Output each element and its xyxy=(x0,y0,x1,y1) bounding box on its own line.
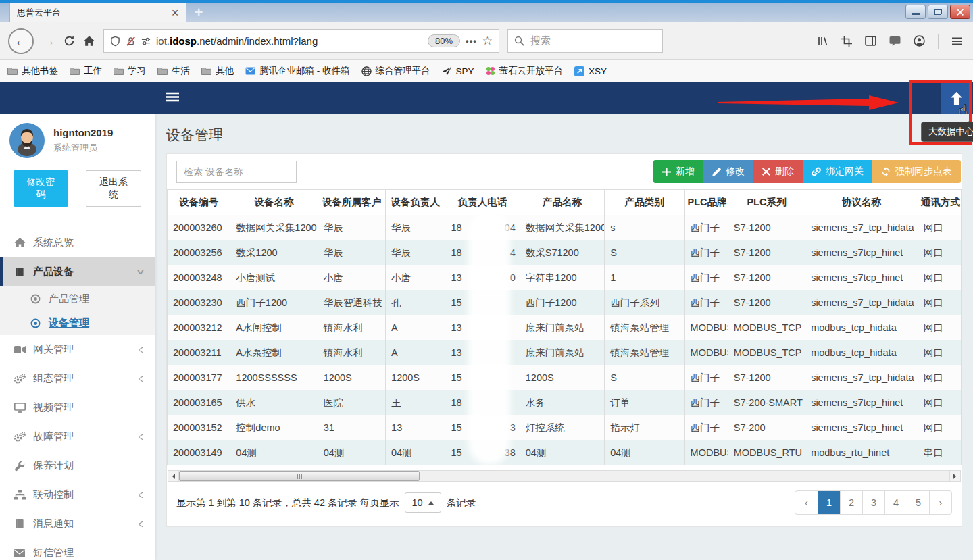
table-cell[interactable]: siemens_s7_tcp_hidata xyxy=(805,215,918,240)
table-cell[interactable]: 04测 xyxy=(520,440,604,465)
table-cell[interactable]: 华辰 xyxy=(318,215,385,240)
column-header[interactable]: 负责人电话 xyxy=(445,190,520,215)
table-cell[interactable]: 医院 xyxy=(318,390,385,415)
phone-cell[interactable]: 1538 xyxy=(445,440,520,465)
table-row[interactable]: 200003260数据网关采集1200华辰华辰1804数据网关采集1200s西门… xyxy=(168,215,962,240)
browser-tab[interactable]: 思普云平台 ✕ xyxy=(9,3,186,22)
column-header[interactable]: 设备名称 xyxy=(230,190,318,215)
table-row[interactable]: 200003212A水闸控制镇海水利A13庶来门前泵站镇海泵站管理MODBUSM… xyxy=(168,315,962,340)
column-header[interactable]: PLC品牌 xyxy=(684,190,728,215)
table-cell[interactable]: 数据网关采集1200 xyxy=(520,215,604,240)
table-cell[interactable]: 小唐 xyxy=(318,265,385,290)
table-cell[interactable]: 水务 xyxy=(520,390,604,415)
page-button-›[interactable]: › xyxy=(929,491,951,514)
table-cell[interactable]: 订单 xyxy=(605,390,684,415)
phone-cell[interactable]: 13 xyxy=(445,315,520,340)
table-cell[interactable]: S xyxy=(605,365,684,390)
scroll-right-button[interactable] xyxy=(949,470,961,482)
sidebar-toggle-icon[interactable] xyxy=(865,36,876,46)
bookmark-item[interactable]: 学习 xyxy=(114,65,146,77)
reload-icon[interactable] xyxy=(64,35,75,47)
table-cell[interactable]: A水泵控制 xyxy=(230,340,318,365)
back-button[interactable]: ← xyxy=(8,28,34,54)
table-cell[interactable]: 华辰 xyxy=(318,240,385,265)
table-cell[interactable]: 西门子 xyxy=(684,390,728,415)
table-cell[interactable]: siemens_s7tcp_hinet xyxy=(805,240,918,265)
table-row[interactable]: 2000031771200SSSSSS1200S1200S151200SS西门子… xyxy=(168,365,962,390)
bookmark-item[interactable]: 萤石云开放平台 xyxy=(486,65,564,77)
新增-button[interactable]: 新增 xyxy=(653,160,703,183)
table-row[interactable]: 200003152控制demo3113153灯控系统指示灯西门子S7-200si… xyxy=(168,415,962,440)
table-cell[interactable]: 网口 xyxy=(918,290,961,315)
page-button-4[interactable]: 4 xyxy=(884,491,907,514)
table-cell[interactable]: 控制demo xyxy=(230,415,318,440)
table-cell[interactable]: MODBUS_RTU xyxy=(728,440,805,465)
table-cell[interactable]: 200003212 xyxy=(168,315,230,340)
sidebar-collapse-icon[interactable] xyxy=(166,92,179,102)
table-cell[interactable]: 200003152 xyxy=(168,415,230,440)
table-cell[interactable]: 200003256 xyxy=(168,240,230,265)
phone-cell[interactable]: 18 xyxy=(445,390,520,415)
sidebar-item-linkage[interactable]: 联动控制< xyxy=(0,480,155,509)
table-cell[interactable]: 孔 xyxy=(386,290,445,315)
column-header[interactable]: PLC系列 xyxy=(728,190,805,215)
table-cell[interactable]: 西门子 xyxy=(684,415,728,440)
table-cell[interactable]: 字符串1200 xyxy=(520,265,604,290)
table-cell[interactable]: S7-200 xyxy=(728,415,805,440)
table-cell[interactable]: s xyxy=(605,215,684,240)
table-row[interactable]: 20000314904测04测04测153804测04测MODBUSMODBUS… xyxy=(168,440,962,465)
column-header[interactable]: 设备所属客户 xyxy=(318,190,385,215)
table-cell[interactable]: modbus_tcp_hidata xyxy=(805,340,918,365)
table-cell[interactable]: 1 xyxy=(605,265,684,290)
phone-cell[interactable]: 15 xyxy=(445,365,520,390)
close-button[interactable] xyxy=(950,5,970,19)
table-cell[interactable]: 灯控系统 xyxy=(520,415,604,440)
table-cell[interactable]: 04测 xyxy=(605,440,684,465)
column-header[interactable]: 设备编号 xyxy=(168,190,230,215)
table-row[interactable]: 200003230西门子1200华辰智通科技孔15西门子1200西门子系列西门子… xyxy=(168,290,962,315)
column-header[interactable]: 产品名称 xyxy=(520,190,604,215)
menu-icon[interactable] xyxy=(951,36,962,46)
table-cell[interactable]: 13 xyxy=(386,415,445,440)
table-row[interactable]: 200003211A水泵控制镇海水利A13庶来门前泵站镇海泵站管理MODBUSM… xyxy=(168,340,962,365)
bookmark-item[interactable]: 腾讯企业邮箱 - 收件箱 xyxy=(245,65,350,77)
phone-cell[interactable]: 184 xyxy=(445,240,520,265)
bookmark-item[interactable]: 综合管理平台 xyxy=(361,65,430,77)
table-cell[interactable]: 200003177 xyxy=(168,365,230,390)
column-header[interactable]: 产品类别 xyxy=(605,190,684,215)
table-cell[interactable]: 西门子 xyxy=(684,265,728,290)
table-cell[interactable]: 小唐测试 xyxy=(230,265,318,290)
table-cell[interactable]: 200003165 xyxy=(168,390,230,415)
修改-button[interactable]: 修改 xyxy=(703,160,753,183)
table-cell[interactable]: 西门子 xyxy=(684,365,728,390)
home-icon[interactable] xyxy=(83,35,95,47)
column-header[interactable]: 设备负责人 xyxy=(386,190,445,215)
bookmark-item[interactable]: XSY xyxy=(574,66,607,76)
table-cell[interactable]: 04测 xyxy=(318,440,385,465)
page-button-1[interactable]: 1 xyxy=(818,491,840,514)
table-cell[interactable]: 西门子 xyxy=(684,215,728,240)
table-cell[interactable]: modbus_tcp_hidata xyxy=(805,315,918,340)
table-cell[interactable]: 镇海水利 xyxy=(318,340,385,365)
sidebar-item-scada[interactable]: 组态管理< xyxy=(0,364,155,393)
messages-icon[interactable] xyxy=(889,36,901,47)
table-cell[interactable]: 华辰智通科技 xyxy=(318,290,385,315)
table-cell[interactable]: S7-1200 xyxy=(728,290,805,315)
forward-button[interactable]: → xyxy=(42,33,55,49)
library-icon[interactable] xyxy=(817,36,828,47)
table-cell[interactable]: 200003230 xyxy=(168,290,230,315)
phone-cell[interactable]: 15 xyxy=(445,290,520,315)
search-bar[interactable]: 搜索 xyxy=(507,29,663,53)
table-cell[interactable]: MODBUS xyxy=(684,315,728,340)
table-cell[interactable]: 200003149 xyxy=(168,440,230,465)
minimize-button[interactable] xyxy=(905,5,926,19)
table-cell[interactable]: 王 xyxy=(386,390,445,415)
crop-icon[interactable] xyxy=(841,36,852,47)
sidebar-item-gateway[interactable]: 网关管理< xyxy=(0,335,155,364)
table-cell[interactable]: S xyxy=(605,240,684,265)
sidebar-item-maintenance[interactable]: 保养计划 xyxy=(0,451,155,480)
scroll-left-button[interactable] xyxy=(168,470,179,482)
table-row[interactable]: 200003248小唐测试小唐小唐130字符串12001西门子S7-1200si… xyxy=(168,265,962,290)
page-actions-icon[interactable]: ••• xyxy=(466,36,477,46)
page-button-2[interactable]: 2 xyxy=(840,491,862,514)
